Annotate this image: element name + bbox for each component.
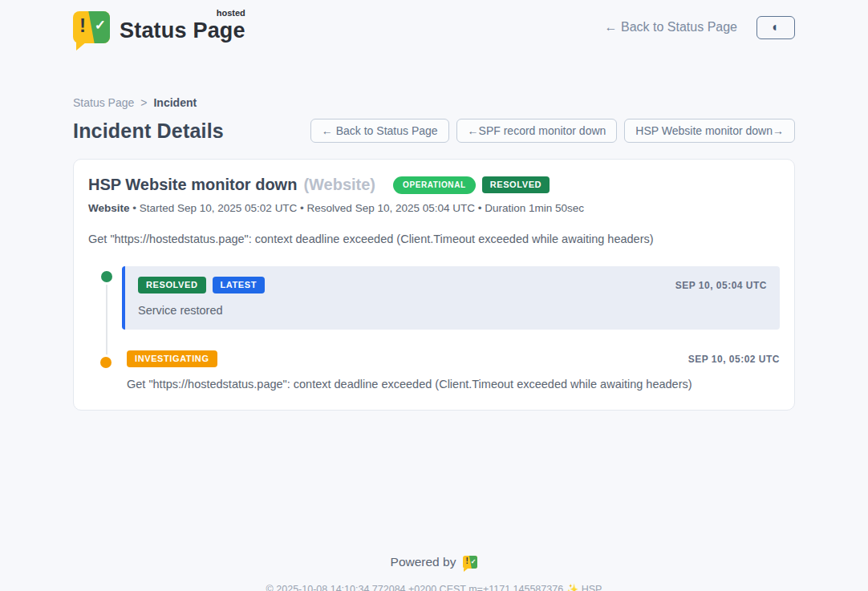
mini-logo-check-glyph: ✓ [471,558,477,565]
timeline-item: RESOLVED LATEST SEP 10, 05:04 UTC Servic… [122,266,780,330]
incident-card: HSP Website monitor down (Website) OPERA… [73,159,795,411]
breadcrumb-separator: > [140,96,147,109]
main-content: Status Page > Incident Incident Details … [73,96,795,591]
resolved-state-badge: RESOLVED [482,176,550,193]
header-actions: ← Back to Status Page ◐ [605,16,795,39]
hsp-logo-icon-small[interactable]: ! ✓ [463,556,477,569]
timeline-item: INVESTIGATING SEP 10, 05:02 UTC Get "htt… [122,350,780,391]
copyright-text: © 2025-10-08 14:10:34.772084 +0200 CEST … [73,583,795,591]
logo-exclamation-glyph: ! [79,14,86,37]
footer: Powered by ! ✓ © 2025-10-08 14:10:34.772… [73,555,795,591]
status-page-logo-icon: ! ✓ [73,11,110,43]
timeline-investigating-badge: INVESTIGATING [127,350,217,367]
timeline-dot-investigating-icon [100,357,112,368]
brand-logo[interactable]: ! ✓ Status Page hosted [73,11,245,43]
timeline-dot-resolved-icon [101,271,112,282]
timeline-latest-badge: LATEST [213,277,266,293]
timeline-timestamp: SEP 10, 05:02 UTC [688,354,780,365]
operational-status-badge: OPERATIONAL [393,176,476,194]
brand-text: Status Page hosted [120,12,245,43]
timeline-message: Get "https://hostedstatus.page": context… [127,378,780,391]
timeline-resolved-badge: RESOLVED [138,277,206,293]
theme-toggle-icon: ◐ [772,21,780,34]
timeline-entry-badges: INVESTIGATING [127,350,217,367]
incident-meta: Website • Started Sep 10, 2025 05:02 UTC… [88,202,780,214]
mini-logo-exclamation-glyph: ! [465,557,468,565]
timeline-entry-badges: RESOLVED LATEST [138,277,265,293]
back-to-status-page-link[interactable]: ← Back to Status Page [605,20,737,34]
brand-superscript: hosted [217,8,245,18]
timeline-message: Service restored [138,304,767,317]
incident-title: HSP Website monitor down [88,176,297,194]
incident-scope: (Website) [303,176,375,194]
powered-by-row: Powered by ! ✓ [73,555,795,569]
powered-by-label: Powered by [391,555,456,569]
breadcrumb-status-page[interactable]: Status Page [73,96,134,109]
incident-card-header: HSP Website monitor down (Website) OPERA… [88,176,780,194]
incident-nav-buttons: ← Back to Status Page ←SPF record monito… [310,119,795,143]
breadcrumb: Status Page > Incident [73,96,795,109]
brand-name: Status Page [120,18,245,43]
timeline-entry-head: INVESTIGATING SEP 10, 05:02 UTC [127,350,780,367]
theme-toggle-button[interactable]: ◐ [756,16,795,39]
nav-next-incident-button[interactable]: HSP Website monitor down→ [624,119,795,143]
title-row: Incident Details ← Back to Status Page ←… [73,119,795,143]
timeline-rail [106,284,107,362]
page-title: Incident Details [73,119,224,143]
incident-description: Get "https://hostedstatus.page": context… [88,233,780,245]
header: ! ✓ Status Page hosted ← Back to Status … [0,0,868,43]
incident-timeline: RESOLVED LATEST SEP 10, 05:04 UTC Servic… [88,266,780,391]
mini-logo-tail [464,569,468,572]
timeline-entry-latest: RESOLVED LATEST SEP 10, 05:04 UTC Servic… [122,266,780,330]
incident-service-name: Website [88,202,130,214]
logo-check-glyph: ✓ [95,18,106,32]
nav-back-to-status-page-button[interactable]: ← Back to Status Page [310,119,449,143]
nav-prev-incident-button[interactable]: ←SPF record monitor down [456,119,618,143]
timeline-entry-investigating: INVESTIGATING SEP 10, 05:02 UTC Get "htt… [122,350,780,391]
timeline-entry-head: RESOLVED LATEST SEP 10, 05:04 UTC [138,277,767,293]
incident-meta-details: • Started Sep 10, 2025 05:02 UTC • Resol… [130,202,585,214]
timeline-timestamp: SEP 10, 05:04 UTC [675,280,767,291]
breadcrumb-incident: Incident [153,96,197,109]
